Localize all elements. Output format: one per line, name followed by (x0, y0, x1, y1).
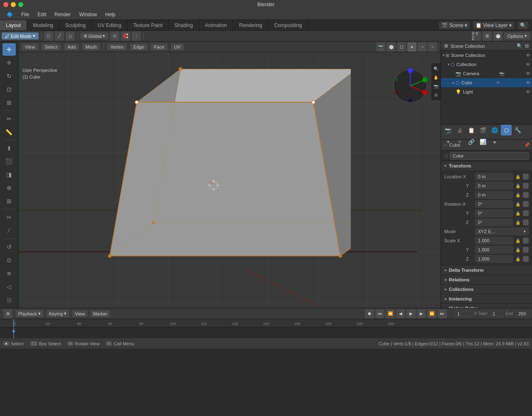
record-btn[interactable]: ⏺ (365, 309, 374, 318)
prev-frame-btn[interactable]: ⏪ (386, 309, 395, 318)
tool-transform[interactable]: ⊞ (2, 96, 16, 109)
edge-select-mode[interactable]: ╱ (55, 32, 64, 41)
rotation-y-input[interactable]: 0° (475, 209, 513, 217)
transform-global[interactable]: ⊕ Global ▾ (80, 32, 109, 39)
next-frame-btn[interactable]: ⏩ (427, 309, 436, 318)
view-layer-selector[interactable]: 📋 View Layer ▾ (473, 22, 514, 29)
end-frame-input[interactable]: 250 (515, 310, 529, 318)
transform-orientation[interactable]: X Y Z (472, 32, 481, 41)
viewport-edge-menu[interactable]: Edge (130, 44, 148, 50)
collection-eye[interactable]: 👁 (526, 62, 530, 67)
viewport-shading-wire[interactable]: ◻ (397, 42, 406, 52)
viewport-vertex-menu[interactable]: Vertex (107, 44, 127, 50)
tool-measure[interactable]: 📏 (2, 126, 16, 138)
prop-world-icon[interactable]: 🌐 (489, 125, 500, 135)
location-x-input[interactable]: 0 m (475, 173, 513, 180)
outliner-search-icon[interactable]: 🔍 (517, 43, 522, 49)
scale-x-dot[interactable] (523, 238, 529, 244)
tab-shading[interactable]: Shading (169, 20, 199, 30)
transform-section-header[interactable]: ▾ Transform (441, 161, 532, 170)
prop-modifier-icon[interactable]: 🔧 (512, 125, 523, 135)
scale-z-input[interactable]: 1.000 (475, 255, 513, 263)
scale-y-dot[interactable] (523, 247, 529, 253)
prop-view-layer-icon[interactable]: 📋 (466, 125, 477, 135)
rotation-z-input[interactable]: 0° (475, 219, 513, 226)
jump-start-btn[interactable]: ⏮ (375, 309, 384, 318)
tool-annotate[interactable]: ✏ (2, 113, 16, 125)
prev-keyframe-btn[interactable]: ◀ (396, 309, 405, 318)
camera-restrict-icon[interactable]: 📷 (499, 71, 504, 76)
location-y-lock[interactable]: 🔒 (515, 182, 521, 189)
keying-ctrl[interactable]: Keying ▾ (47, 310, 69, 317)
blender-menu[interactable]: 🔷 (3, 11, 16, 18)
outliner-scene-collection[interactable]: ▾ ⊞ Scene Collection 👁 (441, 51, 532, 60)
rotation-y-dot[interactable] (523, 210, 529, 216)
location-z-input[interactable]: 0 m (475, 191, 513, 199)
help-menu[interactable]: Help (102, 11, 119, 18)
viewport-face-menu[interactable]: Face (151, 44, 167, 50)
location-y-input[interactable]: 0 m (475, 182, 513, 190)
minimize-button[interactable] (11, 2, 16, 7)
rotation-z-lock[interactable]: 🔒 (515, 219, 521, 226)
timeline-collapse-btn[interactable]: ⊞ (3, 309, 12, 318)
prop-material-icon[interactable]: ● (489, 136, 500, 147)
navigation-gizmo[interactable]: X Y Z (392, 67, 429, 105)
viewport-camera-icon[interactable]: 📷 (376, 42, 385, 52)
mode-dropdown[interactable]: XYZ E... ▾ (475, 228, 529, 235)
play-btn[interactable]: ▶ (406, 309, 416, 318)
viewport-view-menu[interactable]: View (22, 44, 38, 50)
object-tool[interactable]: ⊞ (432, 91, 440, 98)
scale-z-lock[interactable]: 🔒 (515, 256, 521, 262)
options-btn[interactable]: Options ▾ (504, 32, 530, 39)
viewport-gizmos[interactable]: ⊞ (483, 32, 492, 41)
tool-edge-crease[interactable]: ◁ (2, 281, 16, 293)
viewport-waypoint-icon[interactable]: ⬤ (387, 42, 396, 52)
tab-animation[interactable]: Animation (199, 20, 233, 30)
view-ctrl[interactable]: View (72, 310, 87, 317)
timeline-content[interactable]: 1 20 40 60 80 100 120 140 160 180 200 22… (0, 319, 532, 338)
file-menu[interactable]: File (18, 11, 32, 18)
delta-transform-header[interactable]: ▾ Delta Transform (441, 266, 532, 275)
start-frame-input[interactable]: 1 (490, 310, 503, 318)
collections-header[interactable]: ▾ Collections (441, 285, 532, 294)
scale-x-input[interactable]: 1.000 (475, 237, 513, 244)
window-menu[interactable]: Window (76, 11, 100, 18)
object-name-input[interactable]: Cube (450, 152, 529, 160)
playback-ctrl[interactable]: Playback ▾ (16, 310, 43, 317)
canvas-area[interactable]: User Perspective (1) Cube X Y Z (18, 52, 441, 308)
camera-eye[interactable]: 👁 (526, 71, 530, 76)
viewport-mesh-menu[interactable]: Mesh (82, 44, 100, 50)
outliner-collection[interactable]: ▾ ⬡ Collection 👁 (441, 60, 532, 69)
rotation-x-input[interactable]: 0° (475, 200, 513, 208)
rotation-y-lock[interactable]: 🔒 (515, 210, 521, 217)
timeline-track[interactable] (0, 327, 532, 338)
location-x-lock[interactable]: 🔒 (515, 173, 521, 180)
tool-rip[interactable]: ⌸ (2, 294, 16, 306)
relations-header[interactable]: ▾ Relations (441, 275, 532, 284)
tool-randomize[interactable]: ≋ (2, 267, 16, 280)
tool-inset[interactable]: ⬛ (2, 155, 16, 168)
vertex-select-mode[interactable]: ⬡ (44, 32, 53, 41)
scale-y-lock[interactable]: 🔒 (515, 246, 521, 253)
scene-collection-eye[interactable]: 👁 (526, 53, 530, 58)
tab-modeling[interactable]: Modeling (27, 20, 59, 30)
tool-knife[interactable]: ✂ (2, 211, 16, 224)
overlay-toggle[interactable]: ⬤ (493, 32, 502, 41)
fullscreen-button[interactable] (18, 2, 23, 7)
tool-spin[interactable]: ↺ (2, 241, 16, 253)
viewport-select-menu[interactable]: Select (42, 44, 61, 50)
pan-tool[interactable]: ✋ (432, 74, 440, 81)
cube-editmode-icon[interactable]: ✏ (497, 81, 500, 85)
outliner-camera[interactable]: ▸ 📷 Camera 📷 👁 (441, 69, 532, 78)
cube-eye[interactable]: 👁 (526, 80, 530, 85)
rotation-z-dot[interactable] (523, 219, 529, 225)
outliner-cube[interactable]: ▸ ⬡ Cube ✏ 👁 (441, 78, 532, 87)
search-button[interactable]: 🔍 (517, 22, 529, 29)
snap-toggle[interactable]: 🧲 (121, 32, 130, 41)
location-z-lock[interactable]: 🔒 (515, 192, 521, 198)
tool-scale[interactable]: ⊡ (2, 83, 16, 96)
rotation-x-dot[interactable] (523, 201, 529, 207)
scale-x-lock[interactable]: 🔒 (515, 237, 521, 244)
viewport-add-menu[interactable]: Add (64, 44, 79, 50)
tool-cursor[interactable]: ✛ (2, 43, 16, 56)
